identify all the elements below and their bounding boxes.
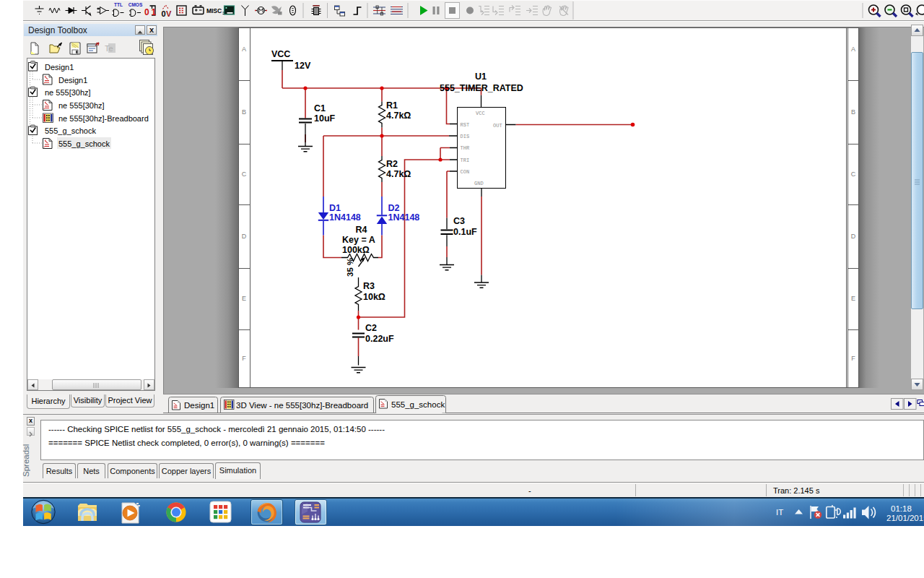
svg-text:E: E xyxy=(242,295,246,302)
svg-text:555_g_schock: 555_g_schock xyxy=(58,139,110,148)
svg-text:D2: D2 xyxy=(388,203,400,213)
svg-text:Design1: Design1 xyxy=(184,401,214,410)
svg-text:R4: R4 xyxy=(356,225,367,235)
svg-text:35 %: 35 % xyxy=(346,258,354,277)
svg-text:A: A xyxy=(851,46,855,53)
svg-text:OUT: OUT xyxy=(493,123,502,129)
svg-text:555_TIMER_RATED: 555_TIMER_RATED xyxy=(440,83,523,93)
svg-text:IT: IT xyxy=(776,508,783,517)
svg-text:THR: THR xyxy=(461,145,470,151)
svg-text:R3: R3 xyxy=(363,281,375,291)
svg-text:VCC: VCC xyxy=(271,49,290,59)
svg-text:R1: R1 xyxy=(386,100,398,111)
svg-text:D: D xyxy=(242,233,247,240)
svg-text:F: F xyxy=(242,355,246,362)
svg-text:U1: U1 xyxy=(475,72,487,82)
svg-text:21/01/2015: 21/01/2015 xyxy=(886,514,924,522)
svg-text:555_g_schock: 555_g_schock xyxy=(45,126,96,135)
svg-text:1: 1 xyxy=(152,7,157,17)
svg-text:4.7kΩ: 4.7kΩ xyxy=(386,169,411,179)
svg-text:Design1: Design1 xyxy=(58,76,87,85)
svg-text:R2: R2 xyxy=(386,159,398,169)
svg-text:RST: RST xyxy=(461,122,470,128)
svg-text:B: B xyxy=(851,108,855,116)
svg-text:C2: C2 xyxy=(365,323,377,333)
svg-text:F: F xyxy=(851,355,855,362)
svg-text:A: A xyxy=(242,46,246,53)
svg-text:V: V xyxy=(166,9,172,18)
svg-text:3D View - ne 555[30hz]-Breadbo: 3D View - ne 555[30hz]-Breadboard xyxy=(236,401,368,410)
svg-text:TTL: TTL xyxy=(114,2,123,7)
svg-text:C: C xyxy=(242,171,247,178)
svg-text:Key = A: Key = A xyxy=(342,235,375,245)
svg-text:B: B xyxy=(242,108,246,116)
svg-text:4.7kΩ: 4.7kΩ xyxy=(386,111,411,121)
svg-text:Te: Te xyxy=(105,44,113,53)
svg-text:01:18: 01:18 xyxy=(891,504,912,513)
svg-text:10uF: 10uF xyxy=(314,113,336,124)
svg-text:C: C xyxy=(851,171,856,178)
svg-text:0.22uF: 0.22uF xyxy=(365,334,394,344)
svg-text:CON: CON xyxy=(461,169,470,175)
svg-text:ne 555[30hz]: ne 555[30hz] xyxy=(58,101,105,110)
svg-text:GND: GND xyxy=(474,181,484,186)
svg-text:0.1uF: 0.1uF xyxy=(453,227,477,237)
svg-text:Design1: Design1 xyxy=(45,63,74,72)
svg-text:E: E xyxy=(851,295,855,302)
svg-text:0: 0 xyxy=(144,7,149,17)
svg-text:1N4148: 1N4148 xyxy=(329,212,361,223)
svg-text:12V: 12V xyxy=(295,61,311,71)
svg-text:C3: C3 xyxy=(453,216,465,226)
svg-text:10kΩ: 10kΩ xyxy=(363,292,385,302)
svg-text:MISC: MISC xyxy=(206,7,222,14)
svg-text:DIS: DIS xyxy=(461,134,470,139)
svg-text:555_g_schock: 555_g_schock xyxy=(391,400,445,409)
svg-text:D: D xyxy=(851,233,856,240)
svg-text:TRI: TRI xyxy=(461,158,470,163)
svg-text:0: 0 xyxy=(162,9,166,18)
svg-text:100kΩ: 100kΩ xyxy=(342,245,370,255)
svg-text:ne 555[30hz]: ne 555[30hz] xyxy=(45,88,91,97)
svg-text:CMOS: CMOS xyxy=(128,2,143,7)
svg-text:VCC: VCC xyxy=(476,111,485,116)
svg-text:D1: D1 xyxy=(329,203,341,213)
svg-text:C1: C1 xyxy=(314,103,326,113)
svg-text:ne 555[30hz]-Breadboard: ne 555[30hz]-Breadboard xyxy=(58,114,149,123)
svg-text:1N4148: 1N4148 xyxy=(388,212,420,223)
